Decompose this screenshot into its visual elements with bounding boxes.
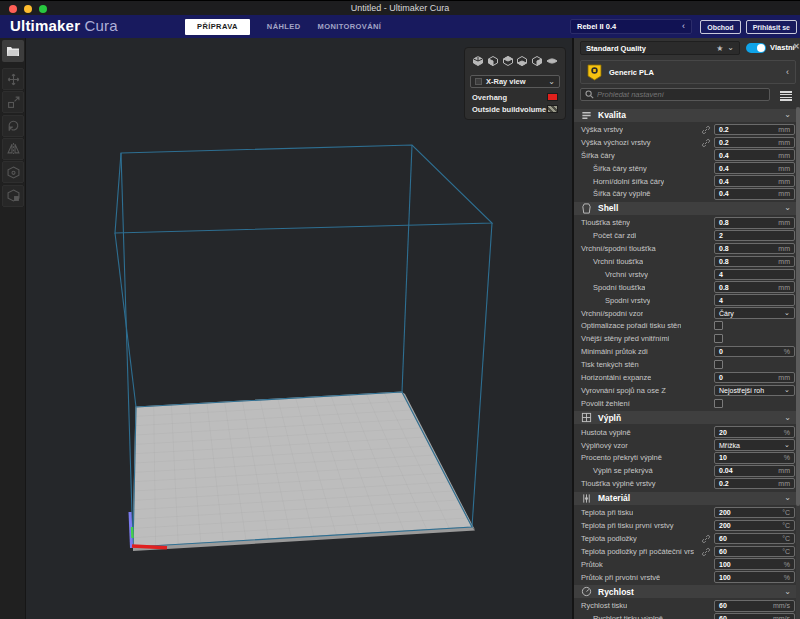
setting-value-field[interactable]: 0.2mm <box>714 124 795 136</box>
render-mode-dropdown[interactable]: X-Ray view ⌄ <box>470 75 560 88</box>
view-3d-button[interactable] <box>472 53 484 71</box>
render-mode-icon <box>475 78 482 85</box>
setting-value-field[interactable]: 0mm <box>714 372 795 384</box>
setting-value-field[interactable]: 200°C <box>714 520 795 532</box>
view-front-button[interactable] <box>487 53 499 71</box>
chevron-down-icon: ⌄ <box>784 496 791 500</box>
view-right-button[interactable] <box>546 53 558 71</box>
section-header-rychlost[interactable]: Rychlost⌄ <box>574 585 798 598</box>
setting-row-teplota-pri-tisku: Teplota při tisku200°C <box>574 506 798 519</box>
tab-nahled[interactable]: NÁHLED <box>267 22 301 31</box>
settings-scrollbar[interactable] <box>796 107 800 619</box>
support-blocker-tool-button[interactable] <box>2 185 24 207</box>
setting-value-field[interactable]: 60°C <box>714 546 795 558</box>
chevron-down-icon: ⌄ <box>784 311 790 315</box>
setting-row-vyplnovy-vzor: Výplňový vzorMřížka⌄ <box>574 439 798 452</box>
quality-icon <box>581 110 592 121</box>
link-icon <box>701 138 711 148</box>
view-top-button[interactable] <box>502 53 514 71</box>
section-header-material[interactable]: Materiál⌄ <box>574 492 798 505</box>
setting-row-horni-dolni-sirka-cary: Horní/dolní šířka čáry0.4mm <box>574 175 798 188</box>
profile-dropdown[interactable]: Standard Quality ★ ⌄ <box>580 41 740 55</box>
view-3d-icon <box>472 55 484 67</box>
move-tool-button[interactable] <box>2 68 24 90</box>
printer-selector[interactable]: Rebel II 0.4 ‹ <box>570 19 692 34</box>
setting-value-field[interactable]: 0.4mm <box>714 188 795 200</box>
setting-value-field[interactable]: 0.04mm <box>714 465 795 477</box>
chevron-down-icon: ⌄ <box>784 388 790 392</box>
legend-outside-buildvolume: Outside buildvolume <box>465 103 565 115</box>
setting-value-field[interactable]: 20% <box>714 426 795 438</box>
custom-mode-toggle[interactable] <box>746 43 766 53</box>
tab-priprava[interactable]: PŘÍPRAVA <box>185 19 250 35</box>
setting-checkbox[interactable] <box>714 360 723 369</box>
setting-value-field[interactable]: 0.4mm <box>714 175 795 187</box>
setting-dropdown[interactable]: Nejostřejší roh⌄ <box>714 385 795 397</box>
setting-value-field[interactable]: 100% <box>714 571 795 583</box>
setting-label: Minimální průtok zdi <box>574 347 648 356</box>
setting-value-field[interactable]: 0% <box>714 346 795 358</box>
setting-checkbox[interactable] <box>714 321 723 330</box>
setting-row-optimalizace-poradi-tisku-sten: Optimalizace pořadí tisku stěn <box>574 319 798 332</box>
app-header: Ultimaker Cura PŘÍPRAVANÁHLEDMONITOROVÁN… <box>0 15 800 38</box>
mirror-tool-button[interactable] <box>2 138 24 160</box>
setting-row-sirka-cary: Šířka čáry0.4mm <box>574 149 798 162</box>
setting-value-field[interactable]: 10% <box>714 452 795 464</box>
section-header-vypln[interactable]: Výplň⌄ <box>574 411 798 424</box>
setting-value-field[interactable]: 2 <box>714 230 795 242</box>
setting-row-vyska-vrstvy: Výška vrstvy0.2mm <box>574 123 798 136</box>
setting-value-field[interactable]: 0.8mm <box>714 281 795 293</box>
setting-value-field[interactable]: 0.2mm <box>714 478 795 490</box>
close-icon[interactable]: ✕ <box>793 42 800 51</box>
setting-label: Tisk tenkých stěn <box>574 360 639 369</box>
setting-value-field[interactable]: 100% <box>714 558 795 570</box>
settings-search[interactable] <box>580 88 770 101</box>
setting-checkbox[interactable] <box>714 399 723 408</box>
minimize-window-icon[interactable] <box>24 5 32 13</box>
setting-label: Optimalizace pořadí tisku stěn <box>574 321 681 330</box>
setting-value-field[interactable]: 0.8mm <box>714 256 795 268</box>
setting-value-field[interactable]: 0.4mm <box>714 149 795 161</box>
scale-tool-button[interactable] <box>2 91 24 113</box>
zoom-window-icon[interactable] <box>39 5 47 13</box>
section-header-shell[interactable]: Shell⌄ <box>574 202 798 215</box>
setting-label: Rychlost tisku <box>574 601 627 610</box>
setting-value-field[interactable]: 60mm/s <box>714 613 795 619</box>
setting-value-field[interactable]: 200°C <box>714 507 795 519</box>
marketplace-button[interactable]: Obchod <box>700 20 740 34</box>
setting-label: Hustota výplně <box>574 428 631 437</box>
section-header-kvalita[interactable]: Kvalita⌄ <box>574 109 798 122</box>
setting-value-field[interactable]: 4 <box>714 294 795 306</box>
open-file-button[interactable] <box>2 40 24 62</box>
setting-value-field[interactable]: 0.4mm <box>714 162 795 174</box>
per-model-settings-tool-button[interactable] <box>2 161 24 183</box>
search-icon <box>585 90 594 99</box>
material-badge-icon <box>587 64 602 81</box>
setting-dropdown[interactable]: Mřížka⌄ <box>714 439 795 451</box>
sign-in-button[interactable]: Přihlásit se <box>746 20 797 34</box>
setting-label: Šířka čáry výplně <box>574 189 651 198</box>
setting-value-field[interactable]: 0.8mm <box>714 217 795 229</box>
setting-value-field[interactable]: 0.2mm <box>714 137 795 149</box>
tab-monitorovani[interactable]: MONITOROVÁNÍ <box>318 22 382 31</box>
view-bottom-button[interactable] <box>516 53 528 71</box>
setting-row-povolit-zehleni: Povolit žehlení <box>574 397 798 410</box>
close-window-icon[interactable] <box>9 5 17 13</box>
rotate-tool-button[interactable] <box>2 115 24 137</box>
setting-checkbox[interactable] <box>714 334 723 343</box>
material-selector[interactable]: Generic PLA ‹ <box>580 60 796 84</box>
setting-row-spodni-vrstvy: Spodní vrstvy4 <box>574 294 798 307</box>
viewport-3d[interactable]: X-Ray view ⌄ OverhangOutside buildvolume <box>26 38 572 619</box>
view-options-panel: X-Ray view ⌄ OverhangOutside buildvolume <box>464 47 566 120</box>
settings-menu-icon[interactable] <box>780 90 792 102</box>
setting-value-field[interactable]: 60mm/s <box>714 600 795 612</box>
view-bottom-icon <box>516 55 528 67</box>
setting-dropdown[interactable]: Čáry⌄ <box>714 307 795 319</box>
search-input[interactable] <box>597 90 765 99</box>
chevron-down-icon: ⌄ <box>784 590 791 594</box>
setting-value-field[interactable]: 4 <box>714 269 795 281</box>
setting-value-field[interactable]: 60°C <box>714 533 795 545</box>
view-left-button[interactable] <box>531 53 543 71</box>
view-left-icon <box>531 55 543 67</box>
setting-value-field[interactable]: 0.8mm <box>714 243 795 255</box>
